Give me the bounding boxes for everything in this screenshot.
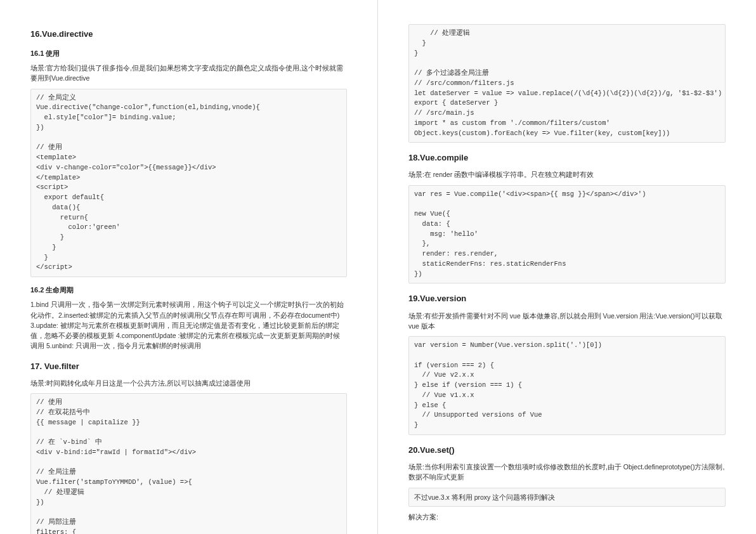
heading-19: 19.Vue.version xyxy=(408,292,726,305)
paragraph-20: 场景:当你利用索引直接设置一个数组项时或你修改数组的长度时,由于 Object.… xyxy=(408,462,726,483)
paragraph-19: 场景:有些开发插件需要针对不同 vue 版本做兼容,所以就会用到 Vue.ver… xyxy=(408,311,726,332)
heading-16-2: 16.2 生命周期 xyxy=(30,285,347,296)
code-block-18: var res = Vue.compile('<div><span>{{ msg… xyxy=(408,185,726,284)
paragraph-18: 场景:在 render 函数中编译模板字符串。只在独立构建时有效 xyxy=(408,169,726,179)
heading-18: 18.Vue.compile xyxy=(408,152,726,164)
page-right: // 处理逻辑 } } // 多个过滤器全局注册 // /src/common/… xyxy=(378,0,756,534)
heading-16-1: 16.1 使用 xyxy=(30,48,347,59)
blockquote-20: 不过vue.3.x 将利用 proxy 这个问题将得到解决 xyxy=(408,488,726,507)
heading-17: 17. Vue.filter xyxy=(30,360,347,373)
code-block-17-cont: // 处理逻辑 } } // 多个过滤器全局注册 // /src/common/… xyxy=(408,24,726,143)
page-spread: 16.Vue.directive 16.1 使用 场景:官方给我们提供了很多指令… xyxy=(0,0,756,534)
code-block-17: // 使用 // 在双花括号中 {{ message | capitalize … xyxy=(30,393,347,534)
code-block-16-1: // 全局定义 Vue.directive("change-color",fun… xyxy=(30,89,347,278)
paragraph-17: 场景:时间戳转化成年月日这是一个公共方法,所以可以抽离成过滤器使用 xyxy=(30,378,347,388)
paragraph-20b: 解决方案: xyxy=(408,512,726,522)
code-block-19: var version = Number(Vue.version.split('… xyxy=(408,336,726,435)
page-left: 16.Vue.directive 16.1 使用 场景:官方给我们提供了很多指令… xyxy=(0,0,378,534)
paragraph-16-2: 1.bind 只调用一次，指令第一次绑定到元素时候调用，用这个钩子可以定义一个绑… xyxy=(30,299,347,351)
paragraph-16-1: 场景:官方给我们提供了很多指令,但是我们如果想将文字变成指定的颜色定义成指令使用… xyxy=(30,63,347,84)
heading-20: 20.Vue.set() xyxy=(408,444,726,457)
heading-16: 16.Vue.directive xyxy=(30,28,347,41)
